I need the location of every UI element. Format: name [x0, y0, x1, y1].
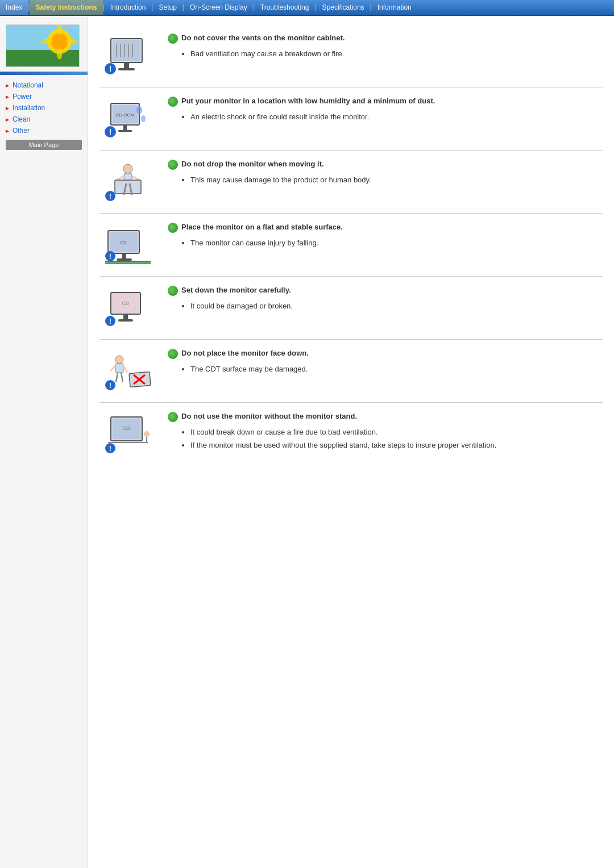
- safety-bullets-6: The CDT surface may be damaged.: [168, 364, 603, 375]
- svg-rect-49: [123, 314, 128, 319]
- safety-bullets-3: This may cause damage to the product or …: [168, 174, 603, 186]
- svg-line-57: [116, 373, 118, 382]
- nav-item-index[interactable]: Index: [0, 0, 28, 15]
- safety-item-4: CD ! Place the monitor on a flat and sta…: [99, 214, 603, 277]
- safety-heading-1: Do not cover the vents on the monitor ca…: [168, 33, 603, 44]
- sidebar-arrow-icon: ►: [5, 128, 10, 134]
- safety-item-6: ! Do not place the monitor face down.The…: [99, 340, 603, 403]
- safety-bullets-7: It could break down or cause a fire due …: [168, 427, 603, 450]
- svg-rect-22: [123, 125, 127, 130]
- sidebar: ►Notational►Power►Installation►Clean►Oth…: [0, 16, 88, 868]
- safety-heading-7: Do not use the monitor without the monit…: [168, 411, 603, 422]
- safety-heading-text-5: Set down the monitor carefully.: [181, 285, 291, 295]
- sidebar-arrow-icon: ►: [5, 116, 10, 123]
- safety-item-3: ! Do not drop the monitor when moving it…: [99, 151, 603, 214]
- safety-text-6: Do not place the monitor face down.The C…: [168, 348, 603, 377]
- nav-item-troubleshooting[interactable]: Troubleshooting: [255, 0, 315, 15]
- svg-point-7: [66, 39, 77, 44]
- sidebar-arrow-icon: ►: [5, 105, 10, 111]
- sidebar-arrow-icon: ►: [5, 82, 10, 89]
- nav-item-setup[interactable]: Setup: [153, 0, 182, 15]
- safety-text-7: Do not use the monitor without the monit…: [168, 411, 603, 452]
- svg-rect-15: [124, 62, 129, 68]
- safety-illustration-2: CD-ROM !: [99, 96, 156, 141]
- sidebar-item-power[interactable]: ►Power: [0, 91, 88, 102]
- svg-point-3: [51, 33, 68, 50]
- safety-bullet-item: It could break down or cause a fire due …: [190, 427, 603, 438]
- svg-text:!: !: [109, 252, 111, 261]
- safety-text-1: Do not cover the vents on the monitor ca…: [168, 33, 603, 61]
- safety-bullet-item: It could be damaged or broken.: [190, 301, 603, 312]
- svg-text:CD: CD: [122, 301, 130, 306]
- svg-text:CD-ROM: CD-ROM: [116, 112, 135, 118]
- safety-green-icon-7: [168, 412, 178, 422]
- svg-text:!: !: [109, 192, 111, 201]
- safety-item-1: ! Do not cover the vents on the monitor …: [99, 24, 603, 87]
- safety-bullet-item: The monitor can cause injury by falling.: [190, 237, 603, 249]
- sidebar-hero-image: [6, 24, 80, 67]
- svg-text:CD: CD: [120, 240, 127, 245]
- svg-rect-50: [118, 319, 133, 322]
- nav-item-introduction[interactable]: Introduction: [105, 0, 152, 15]
- safety-heading-2: Put your monitor in a location with low …: [168, 96, 603, 107]
- safety-bullet-item: Bad ventilation may cause a breakdown or…: [190, 48, 603, 60]
- safety-illustration-6: !: [99, 348, 156, 394]
- svg-point-53: [115, 356, 123, 364]
- safety-item-2: CD-ROM ! Put your monitor in a location …: [99, 87, 603, 151]
- svg-rect-54: [115, 364, 123, 373]
- safety-heading-text-2: Put your monitor in a location with low …: [181, 96, 435, 106]
- safety-green-icon-1: [168, 34, 178, 44]
- safety-heading-text-3: Do not drop the monitor when moving it.: [181, 159, 324, 169]
- safety-illustration-3: !: [99, 159, 156, 205]
- safety-illustration-5: CD !: [99, 285, 156, 331]
- svg-text:!: !: [109, 127, 112, 136]
- nav-item-on-screen-display[interactable]: On-Screen Display: [184, 0, 253, 15]
- sidebar-item-notational[interactable]: ►Notational: [0, 80, 88, 91]
- safety-heading-6: Do not place the monitor face down.: [168, 348, 603, 359]
- sidebar-main-page-button[interactable]: Main Page: [6, 140, 82, 150]
- svg-line-56: [123, 366, 127, 373]
- nav-item-specifications[interactable]: Specifications: [317, 0, 370, 15]
- safety-illustration-7: CD !: [99, 411, 156, 457]
- safety-green-icon-2: [168, 97, 178, 107]
- svg-rect-32: [115, 180, 141, 194]
- svg-text:!: !: [109, 64, 112, 73]
- safety-text-5: Set down the monitor carefully.It could …: [168, 285, 603, 314]
- svg-line-58: [121, 373, 123, 382]
- safety-bullets-2: An electric shock or fire could result i…: [168, 111, 603, 123]
- safety-green-icon-5: [168, 286, 178, 296]
- nav-bar: Index|Safety Instructions|Introduction|S…: [0, 0, 614, 16]
- safety-heading-5: Set down the monitor carefully.: [168, 285, 603, 296]
- safety-item-7: CD ! Do not use the monitor without the …: [99, 403, 603, 465]
- svg-rect-41: [117, 258, 132, 261]
- safety-bullet-item: This may cause damage to the product or …: [190, 174, 603, 186]
- sidebar-title: [0, 72, 88, 75]
- svg-text:!: !: [109, 381, 111, 390]
- svg-line-55: [110, 366, 115, 371]
- nav-item-information[interactable]: Information: [372, 0, 417, 15]
- svg-rect-1: [6, 50, 79, 67]
- safety-bullets-1: Bad ventilation may cause a breakdown or…: [168, 48, 603, 60]
- safety-bullet-item: If the monitor must be used without the …: [190, 440, 603, 451]
- sidebar-item-other[interactable]: ►Other: [0, 125, 88, 136]
- sidebar-item-clean[interactable]: ►Clean: [0, 114, 88, 125]
- sidebar-item-installation[interactable]: ►Installation: [0, 102, 88, 114]
- sidebar-arrow-icon: ►: [5, 94, 10, 100]
- safety-green-icon-3: [168, 160, 178, 170]
- safety-heading-4: Place the monitor on a flat and stable s…: [168, 222, 603, 233]
- safety-heading-text-1: Do not cover the vents on the monitor ca…: [181, 33, 345, 43]
- safety-bullets-5: It could be damaged or broken.: [168, 301, 603, 312]
- svg-point-25: [141, 115, 146, 122]
- safety-text-3: Do not drop the monitor when moving it.T…: [168, 159, 603, 187]
- svg-text:!: !: [109, 444, 111, 453]
- nav-item-safety-instructions[interactable]: Safety Instructions: [30, 0, 102, 15]
- safety-green-icon-6: [168, 349, 178, 359]
- svg-point-28: [123, 164, 132, 173]
- safety-illustration-1: !: [99, 33, 156, 78]
- svg-point-6: [42, 39, 53, 44]
- safety-heading-3: Do not drop the monitor when moving it.: [168, 159, 603, 170]
- svg-point-68: [144, 431, 150, 437]
- safety-text-2: Put your monitor in a location with low …: [168, 96, 603, 124]
- main-layout: ►Notational►Power►Installation►Clean►Oth…: [0, 16, 614, 868]
- safety-bullet-item: The CDT surface may be damaged.: [190, 364, 603, 375]
